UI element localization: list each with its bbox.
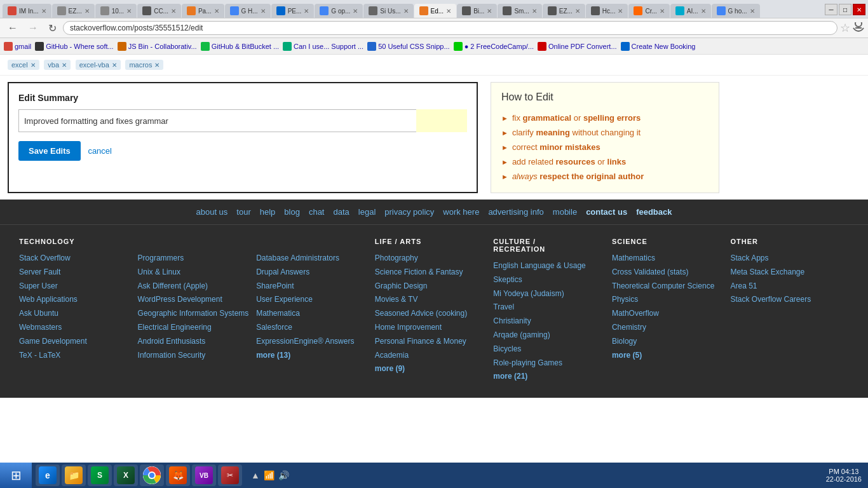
reload-button[interactable]: ↻: [44, 21, 60, 36]
tab-ho[interactable]: G ho... ✕: [712, 4, 760, 18]
minimize-button[interactable]: ─: [825, 4, 837, 15]
footer-link-stackoverflow[interactable]: Stack Overflow: [19, 253, 132, 264]
tab-close[interactable]: ✕: [85, 8, 90, 15]
bookmark-canuse[interactable]: Can I use... Support ...: [283, 42, 363, 51]
footer-link-academia[interactable]: Academia: [375, 350, 487, 361]
bookmark-gmail[interactable]: gmail: [4, 42, 31, 51]
footer-link-drupal[interactable]: Drupal Answers: [256, 267, 369, 278]
tab-bi[interactable]: Bi... ✕: [457, 4, 497, 18]
tab-close[interactable]: ✕: [618, 8, 623, 15]
footer-link-askdifferent[interactable]: Ask Different (Apple): [138, 281, 250, 292]
footer-link-superuser[interactable]: Super User: [19, 281, 132, 292]
footer-link-rpg[interactable]: Role-playing Games: [493, 358, 606, 369]
bookmark-pdf[interactable]: Online PDF Convert...: [538, 42, 617, 51]
tab-close[interactable]: ✕: [660, 8, 665, 15]
bookmark-jsbin[interactable]: JS Bin - Collaborativ...: [118, 42, 197, 51]
footer-link-android[interactable]: Android Enthusiasts: [138, 336, 250, 347]
save-edits-button[interactable]: Save Edits: [18, 141, 81, 161]
back-button[interactable]: ←: [4, 21, 22, 35]
tag-remove-macros[interactable]: ✕: [154, 62, 159, 69]
footer-link-data[interactable]: data: [333, 207, 349, 217]
tab-close[interactable]: ✕: [126, 8, 132, 15]
footer-link-contact[interactable]: contact us: [586, 207, 627, 217]
tab-close[interactable]: ✕: [446, 8, 451, 15]
bookmark-booking[interactable]: Create New Booking: [621, 42, 696, 51]
tab-close[interactable]: ✕: [304, 8, 309, 15]
footer-link-photography[interactable]: Photography: [375, 253, 487, 264]
footer-link-programmers[interactable]: Programmers: [138, 253, 250, 264]
footer-link-work[interactable]: work here: [443, 207, 479, 217]
footer-link-ee[interactable]: Electrical Engineering: [138, 322, 250, 333]
tab-close[interactable]: ✕: [750, 8, 755, 15]
bookmark-star[interactable]: ☆: [840, 21, 850, 35]
footer-link-gamedev[interactable]: Game Development: [19, 336, 132, 347]
footer-link-meta[interactable]: Meta Stack Exchange: [730, 267, 843, 278]
footer-link-movies[interactable]: Movies & TV: [375, 294, 487, 305]
maximize-button[interactable]: □: [839, 4, 851, 15]
tab-close[interactable]: ✕: [171, 8, 176, 15]
bookmark-github[interactable]: GitHub - Where soft...: [35, 42, 113, 51]
footer-link-bicycles[interactable]: Bicycles: [493, 344, 606, 355]
footer-link-infosec[interactable]: Information Security: [138, 350, 250, 361]
footer-link-wordpress[interactable]: WordPress Development: [138, 294, 250, 305]
footer-link-more-tech[interactable]: more (13): [256, 350, 369, 361]
tab-close[interactable]: ✕: [403, 8, 409, 15]
tab-close[interactable]: ✕: [41, 8, 46, 15]
footer-link-cooking[interactable]: Seasoned Advice (cooking): [375, 308, 487, 319]
footer-link-gis[interactable]: Geographic Information Systems: [138, 308, 250, 319]
tag-remove-excel[interactable]: ✕: [31, 62, 36, 69]
tab-close[interactable]: ✕: [532, 8, 537, 15]
footer-link-judaism[interactable]: Mi Yodeya (Judaism): [493, 288, 606, 299]
tab-ed[interactable]: Ed... ✕: [414, 4, 457, 18]
footer-link-help[interactable]: help: [260, 207, 276, 217]
tab-sm[interactable]: Sm... ✕: [498, 4, 541, 18]
bookmark-css[interactable]: 50 Useful CSS Snipp...: [367, 42, 450, 51]
address-bar[interactable]: [63, 21, 837, 35]
footer-link-mobile[interactable]: mobile: [553, 207, 577, 217]
footer-link-english[interactable]: English Language & Usage: [493, 261, 606, 271]
tab-hc[interactable]: G H... ✕: [225, 4, 271, 18]
tab-cc[interactable]: CC... ✕: [137, 4, 181, 18]
bookmark-fcc[interactable]: ● 2 FreeCodeCamp/...: [454, 42, 534, 51]
footer-link-dba[interactable]: Database Administrators: [256, 253, 369, 264]
tab-pe[interactable]: PE... ✕: [271, 4, 315, 18]
footer-link-about[interactable]: about us: [196, 207, 227, 217]
bookmark-gitbucket[interactable]: GitHub & BitBucket ...: [201, 42, 279, 51]
tab-op[interactable]: G op... ✕: [315, 4, 363, 18]
edit-summary-input[interactable]: [18, 109, 467, 132]
footer-link-privacy[interactable]: privacy policy: [384, 207, 434, 217]
close-button[interactable]: ✕: [853, 4, 865, 15]
footer-link-gaming[interactable]: Arqade (gaming): [493, 330, 606, 341]
footer-link-salesforce[interactable]: Salesforce: [256, 322, 369, 333]
footer-link-webapps[interactable]: Web Applications: [19, 294, 132, 305]
tab-us[interactable]: Si Us... ✕: [363, 4, 413, 18]
tab-close[interactable]: ✕: [701, 8, 706, 15]
footer-link-legal[interactable]: legal: [358, 207, 376, 217]
tab-10[interactable]: 10... ✕: [95, 4, 137, 18]
footer-link-tcs[interactable]: Theoretical Computer Science: [612, 281, 724, 292]
tab-close[interactable]: ✕: [261, 8, 266, 15]
tab-ez[interactable]: EZ... ✕: [52, 4, 95, 18]
footer-link-more-science[interactable]: more (5): [612, 350, 724, 361]
footer-link-blog[interactable]: blog: [284, 207, 300, 217]
footer-link-personalfinance[interactable]: Personal Finance & Money: [375, 336, 487, 347]
footer-link-mathematica[interactable]: Mathematica: [256, 308, 369, 319]
footer-link-sharepoint[interactable]: SharePoint: [256, 281, 369, 292]
footer-link-expressionengine[interactable]: ExpressionEngine® Answers: [256, 336, 369, 347]
footer-link-chat[interactable]: chat: [309, 207, 325, 217]
footer-link-travel[interactable]: Travel: [493, 302, 606, 313]
footer-link-physics[interactable]: Physics: [612, 294, 724, 305]
tab-close[interactable]: ✕: [487, 8, 492, 15]
footer-link-askubuntu[interactable]: Ask Ubuntu: [19, 308, 132, 319]
tab-pa[interactable]: Pa... ✕: [182, 4, 224, 18]
footer-link-webmasters[interactable]: Webmasters: [19, 322, 132, 333]
footer-link-chemistry[interactable]: Chemistry: [612, 322, 724, 333]
tag-remove-excel-vba[interactable]: ✕: [112, 62, 117, 69]
footer-link-scifi[interactable]: Science Fiction & Fantasy: [375, 267, 487, 278]
tab-ai[interactable]: AI... ✕: [670, 4, 711, 18]
forward-button[interactable]: →: [24, 21, 42, 35]
tab-close[interactable]: ✕: [353, 8, 358, 15]
tab-cr[interactable]: Cr... ✕: [628, 4, 669, 18]
cancel-button[interactable]: cancel: [88, 146, 112, 156]
footer-link-christianity[interactable]: Christianity: [493, 316, 606, 327]
